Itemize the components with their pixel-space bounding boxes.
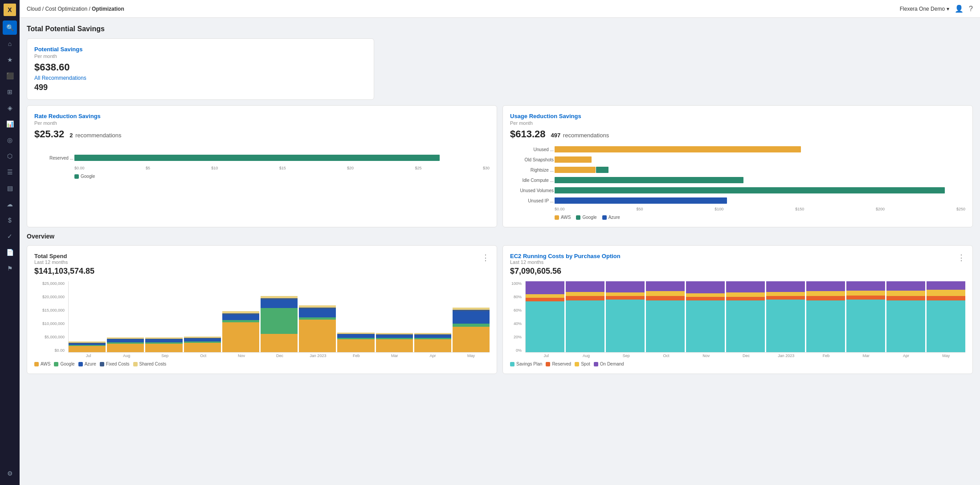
potential-savings-title: Potential Savings (34, 46, 367, 53)
month-label-jul: Jul (70, 353, 107, 358)
month-label-mar: Mar (376, 353, 413, 358)
legend-google: Google (74, 174, 95, 179)
breadcrumb-current: Optimization (92, 6, 124, 12)
month-label-dec: Dec (261, 353, 298, 358)
ec2-month-apr: Apr (887, 353, 926, 358)
sidebar: X 🔍 ⌂ ★ ⬛ ⊞ ◈ 📊 ◎ ⬡ ☰ ▤ ☁ $ ✓ 📄 ⚑ ⚙ (0, 0, 20, 485)
ec2-month-mar: Mar (847, 353, 886, 358)
sidebar-icon-grid[interactable]: ⊞ (3, 85, 17, 99)
month-label-apr: Apr (414, 353, 451, 358)
total-spend-card: Total Spend Last 12 months $141,103,574.… (27, 245, 497, 374)
all-recommendations-link[interactable]: All Recommendations (34, 75, 367, 81)
legend-google-spend: Google (54, 362, 74, 366)
legend-shared-costs: Shared Costs (133, 362, 167, 366)
rate-reduction-stats: $25.32 2 recommendations (34, 128, 490, 140)
topbar: Cloud / Cost Optimization / Optimization… (20, 0, 980, 18)
month-label-jan2023: Jan 2023 (299, 353, 336, 358)
sidebar-icon-search[interactable]: 🔍 (3, 21, 17, 35)
month-label-aug: Aug (108, 353, 145, 358)
usage-reduction-chart: Unused ... Old Snapshots Rightsize ... (510, 145, 965, 220)
legend-aws-spend: AWS (34, 362, 50, 366)
total-spend-subtitle: Last 12 months (34, 259, 94, 265)
ec2-month-feb: Feb (807, 353, 845, 358)
sidebar-icon-shield[interactable]: ◈ (3, 101, 17, 115)
topbar-right: Flexera One Demo ▾ 👤 ? (900, 4, 973, 13)
sidebar-icon-server[interactable]: ▤ (3, 181, 17, 195)
breadcrumb-cloud[interactable]: Cloud (27, 6, 41, 12)
month-label-may: May (453, 353, 490, 358)
recommendations-count: 499 (34, 83, 367, 92)
month-label-feb: Feb (338, 353, 375, 358)
ec2-month-aug: Aug (567, 353, 606, 358)
app-logo[interactable]: X (4, 4, 16, 16)
total-spend-title: Total Spend (34, 253, 94, 259)
legend-google-usage: Google (576, 215, 596, 220)
rate-reduction-subtitle: Per month (34, 120, 490, 126)
content-area: Total Potential Savings Potential Saving… (20, 18, 980, 485)
savings-row: Rate Reduction Savings Per month $25.32 … (27, 105, 973, 227)
legend-on-demand: On Demand (594, 362, 624, 366)
total-spend-menu[interactable]: ⋮ (482, 253, 490, 263)
sidebar-icon-home[interactable]: ⌂ (3, 37, 17, 51)
sidebar-icon-chart[interactable]: 📊 (3, 117, 17, 131)
account-switcher[interactable]: Flexera One Demo ▾ (900, 6, 949, 12)
chevron-down-icon: ▾ (947, 6, 949, 12)
month-label-sep: Sep (147, 353, 184, 358)
ec2-month-oct: Oct (647, 353, 686, 358)
usage-reduction-subtitle: Per month (510, 120, 965, 126)
breadcrumb-cost-opt[interactable]: Cost Optimization (45, 6, 87, 12)
legend-fixed-costs: Fixed Costs (100, 362, 130, 366)
rate-reduction-value: $25.32 (34, 128, 64, 140)
total-spend-value: $141,103,574.85 (34, 267, 94, 276)
total-spend-chart: $25,000,000 $20,000,000 $15,000,000 $10,… (34, 281, 490, 366)
sidebar-icon-star[interactable]: ★ (3, 53, 17, 67)
rate-reduction-card: Rate Reduction Savings Per month $25.32 … (27, 105, 497, 227)
ec2-running-value: $7,090,605.56 (510, 267, 621, 276)
ec2-month-nov: Nov (687, 353, 726, 358)
overview-row: Total Spend Last 12 months $141,103,574.… (27, 245, 973, 374)
legend-reserved: Reserved (546, 362, 571, 366)
potential-savings-subtitle: Per month (34, 53, 367, 59)
sidebar-icon-document[interactable]: 📄 (3, 245, 17, 259)
ec2-running-chart: 100% 80% 60% 40% 20% 0% (510, 281, 965, 366)
ec2-running-subtitle: Last 12 months (510, 259, 621, 265)
ec2-running-title: EC2 Running Costs by Purchase Option (510, 253, 621, 259)
sidebar-icon-list[interactable]: ☰ (3, 165, 17, 179)
ec2-month-dec: Dec (727, 353, 766, 358)
sidebar-icon-cube[interactable]: ⬡ (3, 149, 17, 163)
legend-savings-plan: Savings Plan (510, 362, 542, 366)
help-icon[interactable]: ? (969, 5, 973, 13)
rate-rec-count: 2 recommendations (69, 132, 121, 139)
account-name: Flexera One Demo (900, 6, 945, 12)
month-label-nov: Nov (223, 353, 260, 358)
sidebar-icon-dollar[interactable]: $ (3, 213, 17, 227)
page-title: Total Potential Savings (27, 25, 973, 33)
potential-savings-card: Potential Savings Per month $638.60 All … (27, 38, 374, 100)
sidebar-icon-layers[interactable]: ⬛ (3, 69, 17, 83)
ec2-month-may: May (927, 353, 965, 358)
usage-rec-count: 497 recommendations (551, 132, 609, 139)
ec2-month-sep: Sep (607, 353, 645, 358)
ec2-month-jan2023: Jan 2023 (767, 353, 805, 358)
user-icon[interactable]: 👤 (955, 4, 964, 13)
sidebar-icon-target[interactable]: ◎ (3, 133, 17, 147)
sidebar-icon-check[interactable]: ✓ (3, 229, 17, 243)
ec2-running-menu[interactable]: ⋮ (957, 253, 965, 263)
legend-azure-spend: Azure (78, 362, 96, 366)
potential-savings-value: $638.60 (34, 62, 367, 73)
usage-reduction-card: Usage Reduction Savings Per month $613.2… (502, 105, 973, 227)
sidebar-icon-flag[interactable]: ⚑ (3, 261, 17, 275)
sidebar-icon-settings[interactable]: ⚙ (3, 466, 17, 481)
ec2-month-jul: Jul (527, 353, 566, 358)
rate-reduction-title: Rate Reduction Savings (34, 113, 490, 119)
total-spend-header: Total Spend Last 12 months $141,103,574.… (34, 253, 490, 276)
legend-aws: AWS (555, 215, 571, 220)
sidebar-icon-cloud[interactable]: ☁ (3, 197, 17, 211)
rate-reduction-chart: Reserved ... $0.00 $5 $10 $15 $20 $25 $3… (34, 153, 490, 179)
usage-reduction-title: Usage Reduction Savings (510, 113, 965, 119)
ec2-running-header: EC2 Running Costs by Purchase Option Las… (510, 253, 965, 276)
breadcrumb: Cloud / Cost Optimization / Optimization (27, 6, 124, 12)
legend-spot: Spot (575, 362, 590, 366)
overview-section-title: Overview (27, 233, 973, 240)
main-area: Cloud / Cost Optimization / Optimization… (20, 0, 980, 485)
